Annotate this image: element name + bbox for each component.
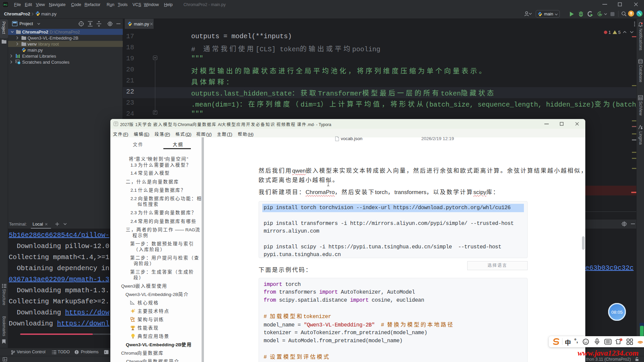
svg-text:PC: PC bbox=[4, 3, 7, 6]
